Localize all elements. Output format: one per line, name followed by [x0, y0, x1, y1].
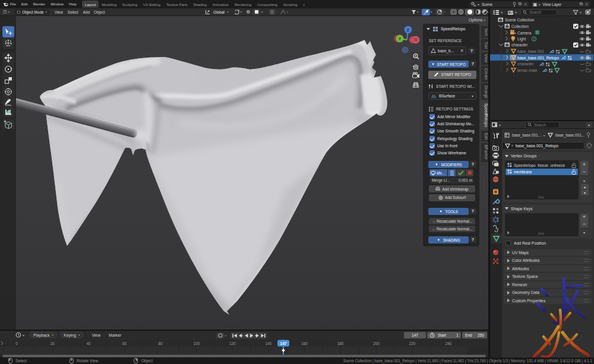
svg-text:120: 120	[229, 341, 236, 346]
svg-text:100: 100	[194, 341, 200, 346]
svg-text:80: 80	[158, 341, 163, 346]
svg-text:terran male: terran male	[517, 68, 538, 72]
svg-text:60: 60	[122, 341, 127, 346]
svg-text:240: 240	[446, 341, 452, 346]
svg-text:160: 160	[301, 341, 308, 346]
svg-text:Collection: Collection	[511, 24, 529, 29]
svg-text:0: 0	[15, 341, 18, 346]
svg-text:Z: Z	[407, 28, 410, 32]
svg-text:140: 140	[266, 341, 272, 346]
svg-text:220: 220	[409, 341, 416, 346]
svg-text:40: 40	[86, 341, 91, 346]
svg-text:base_base.001: base_base.001	[517, 49, 544, 54]
svg-text:200: 200	[373, 341, 380, 346]
svg-text:character: character	[511, 43, 528, 47]
svg-text:Y: Y	[399, 37, 402, 41]
svg-text:Scene Collection: Scene Collection	[505, 18, 535, 22]
svg-text:Light: Light	[517, 37, 526, 42]
svg-text:character: character	[517, 62, 534, 66]
svg-text:20: 20	[50, 341, 55, 346]
svg-text:147: 147	[280, 341, 286, 346]
svg-text:180: 180	[337, 341, 344, 346]
svg-text:Camera: Camera	[517, 31, 532, 35]
svg-text:base_base.001_Retopo: base_base.001_Retopo	[517, 56, 559, 61]
